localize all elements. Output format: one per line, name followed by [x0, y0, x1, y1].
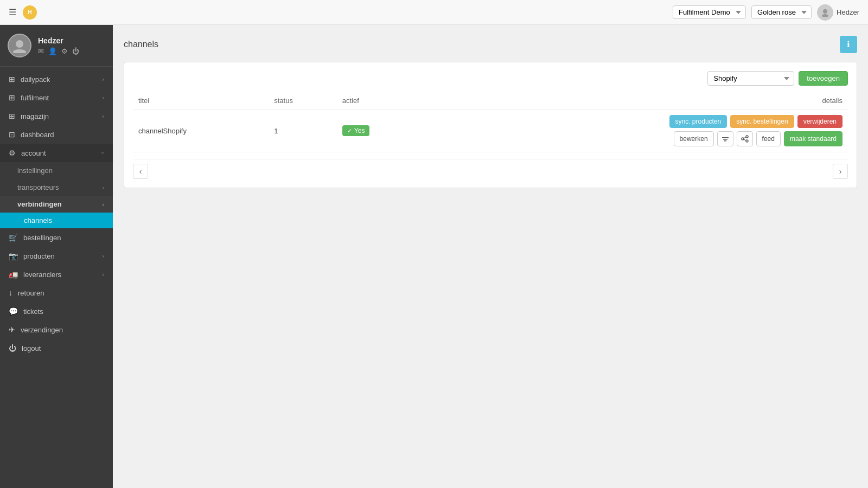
actief-badge: Yes [342, 125, 370, 136]
sidebar-item-dailypack[interactable]: ⊞ dailypack › [0, 70, 113, 88]
store-select[interactable]: Golden rose [751, 5, 812, 19]
col-header-details: details [425, 92, 848, 110]
toevoegen-button[interactable]: toevoegen [799, 71, 848, 86]
sidebar-item-label: verbindingen [17, 200, 62, 208]
company-select[interactable]: Fulfilment Demo [673, 5, 746, 19]
col-header-actief: actief [337, 92, 425, 110]
sidebar-item-fulfilment[interactable]: ⊞ fulfilment › [0, 88, 113, 107]
chevron-right-icon: › [102, 184, 104, 191]
sidebar-item-account[interactable]: ⚙ account › [0, 144, 113, 162]
dailypack-icon: ⊞ [9, 75, 15, 84]
sidebar-item-verbindingen[interactable]: verbindingen › [0, 196, 113, 213]
cell-actions: sync. producten sync. bestellingen verwi… [425, 110, 848, 152]
sidebar-item-magazijn[interactable]: ⊞ magazijn › [0, 107, 113, 125]
feed-button[interactable]: feed [756, 131, 781, 146]
bestellingen-icon: 🛒 [9, 233, 18, 242]
cell-actief: Yes [337, 110, 425, 152]
action-buttons-row2: bewerken feed maak standaard [430, 131, 843, 146]
user-icon[interactable]: 👤 [48, 47, 57, 55]
svg-point-1 [822, 14, 828, 17]
cell-titel: channelShopify [133, 110, 269, 152]
sidebar-item-label: retouren [18, 289, 44, 297]
svg-point-7 [746, 136, 748, 138]
sidebar: Hedzer ✉ 👤 ⚙ ⏻ ⊞ dailypack › [0, 25, 113, 488]
sidebar-item-bestellingen[interactable]: 🛒 bestellingen [0, 228, 113, 247]
topbar-user[interactable]: Hedzer [817, 4, 859, 21]
sidebar-item-label: bestellingen [23, 234, 61, 242]
channels-table: titel status actief details channelShopi… [133, 92, 848, 152]
sidebar-item-label: transporteurs [17, 183, 59, 191]
verwijderen-button[interactable]: verwijderen [797, 115, 843, 128]
channel-card: Shopify WooCommerce Magento toevoegen ti… [124, 62, 857, 188]
sidebar-item-dashboard[interactable]: ⊡ dashboard [0, 125, 113, 144]
chevron-right-icon: › [102, 94, 104, 101]
magazijn-icon: ⊞ [9, 112, 15, 120]
share-icon-button[interactable] [737, 131, 753, 146]
sync-bestellingen-button[interactable]: sync. bestellingen [730, 115, 794, 128]
page-header: channels ℹ [124, 36, 857, 53]
email-icon[interactable]: ✉ [38, 47, 44, 55]
channel-type-select[interactable]: Shopify WooCommerce Magento [707, 71, 794, 86]
sidebar-icon-row: ✉ 👤 ⚙ ⏻ [38, 47, 79, 55]
power-icon[interactable]: ⏻ [72, 47, 79, 55]
sidebar-item-label: dailypack [21, 75, 50, 84]
chevron-right-icon: › [102, 271, 104, 278]
sidebar-item-transporteurs[interactable]: transporteurs › [0, 179, 113, 196]
info-button[interactable]: ℹ [840, 36, 857, 53]
maak-standaard-button[interactable]: maak standaard [784, 131, 843, 146]
svg-point-0 [823, 9, 827, 14]
producten-icon: 📷 [9, 252, 18, 260]
cell-status: 1 [269, 110, 337, 152]
svg-rect-4 [722, 137, 729, 138]
fulfilment-icon: ⊞ [9, 93, 15, 102]
bewerken-button[interactable]: bewerken [674, 131, 714, 146]
sync-producten-button[interactable]: sync. producten [669, 115, 727, 128]
prev-page-button[interactable]: ‹ [133, 164, 148, 179]
sidebar-item-label: account [21, 149, 46, 157]
next-page-button[interactable]: › [833, 164, 848, 179]
sidebar-item-tickets[interactable]: 💬 tickets [0, 302, 113, 320]
sidebar-item-label: channels [24, 216, 52, 224]
sidebar-item-label: fulfilment [21, 94, 49, 102]
verzendingen-icon: ✈ [9, 325, 15, 334]
content-area: channels ℹ Shopify WooCommerce Magento t… [113, 25, 868, 488]
filter-icon-button[interactable] [717, 131, 733, 146]
page-title: channels [124, 40, 158, 49]
topbar-left: ☰ H [9, 5, 37, 20]
sidebar-item-producten[interactable]: 📷 producten › [0, 247, 113, 265]
sidebar-item-leveranciers[interactable]: 🚛 leveranciers › [0, 265, 113, 284]
sidebar-item-label: verzendingen [21, 326, 63, 334]
username-label: Hedzer [837, 8, 859, 16]
hamburger-icon[interactable]: ☰ [9, 7, 16, 17]
chevron-right-icon: › [102, 113, 104, 119]
chevron-down-icon: › [102, 201, 104, 208]
sidebar-item-channels[interactable]: channels [0, 213, 113, 228]
svg-point-3 [13, 49, 26, 53]
action-buttons: sync. producten sync. bestellingen verwi… [430, 115, 843, 128]
logo-text: H [28, 9, 31, 15]
topbar-logo: H [23, 5, 37, 20]
sidebar-item-verzendingen[interactable]: ✈ verzendingen [0, 320, 113, 339]
topbar: ☰ H Fulfilment Demo Golden rose Hedzer [0, 0, 868, 25]
sidebar-item-label: magazijn [21, 112, 49, 120]
tickets-icon: 💬 [9, 307, 18, 316]
settings-icon[interactable]: ⚙ [61, 47, 68, 55]
logout-icon: ⏻ [9, 344, 16, 352]
chevron-down-icon: › [100, 152, 106, 154]
user-avatar-small [817, 4, 833, 21]
svg-line-10 [744, 137, 746, 138]
sidebar-item-instellingen[interactable]: instellingen [0, 162, 113, 179]
toolbar-row: Shopify WooCommerce Magento toevoegen [133, 71, 848, 86]
sidebar-username: Hedzer [38, 36, 79, 45]
avatar [8, 34, 31, 57]
chevron-right-icon: › [102, 253, 104, 259]
svg-point-2 [16, 40, 23, 48]
pagination-row: ‹ › [133, 159, 848, 179]
sidebar-item-retouren[interactable]: ↓ retouren [0, 284, 113, 302]
sidebar-item-label: instellingen [17, 166, 53, 175]
account-icon: ⚙ [9, 149, 16, 157]
sidebar-item-logout[interactable]: ⏻ logout [0, 339, 113, 357]
sidebar-item-label: dashboard [21, 131, 54, 139]
sidebar-nav: ⊞ dailypack › ⊞ fulfilment › ⊞ magazijn [0, 67, 113, 488]
sidebar-profile: Hedzer ✉ 👤 ⚙ ⏻ [0, 25, 113, 67]
